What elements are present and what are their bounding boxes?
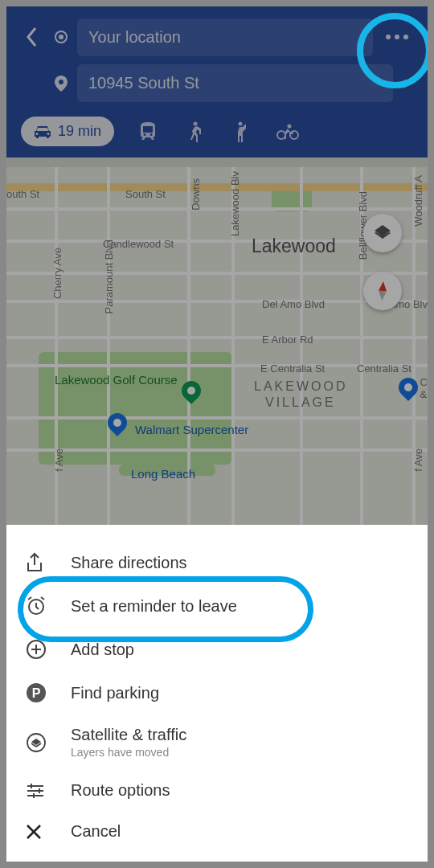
menu-label: Add stop xyxy=(71,641,408,659)
menu-cancel[interactable]: Cancel xyxy=(6,811,428,852)
menu-share-directions[interactable]: Share directions xyxy=(6,541,428,584)
share-icon xyxy=(26,552,43,573)
menu-satellite-traffic[interactable]: Satellite & traffic Layers have moved xyxy=(6,714,428,770)
menu-add-stop[interactable]: Add stop xyxy=(6,628,428,671)
svg-text:P: P xyxy=(32,686,41,700)
menu-label: Cancel xyxy=(71,822,408,841)
menu-label: Route options xyxy=(71,781,408,800)
add-circle-icon xyxy=(26,639,47,660)
menu-sublabel: Layers have moved xyxy=(71,746,408,759)
parking-icon: P xyxy=(26,682,47,703)
layers-icon xyxy=(26,732,47,753)
menu-find-parking[interactable]: P Find parking xyxy=(6,671,428,714)
alarm-icon xyxy=(26,596,47,616)
sliders-icon xyxy=(26,783,45,799)
close-icon xyxy=(26,824,42,840)
overflow-menu-sheet: Share directions Set a reminder to leave… xyxy=(6,525,428,862)
menu-label: Share directions xyxy=(71,554,408,572)
menu-route-options[interactable]: Route options xyxy=(6,770,428,811)
menu-set-reminder[interactable]: Set a reminder to leave xyxy=(6,584,428,628)
menu-label: Set a reminder to leave xyxy=(71,597,408,616)
menu-label: Find parking xyxy=(71,684,408,702)
menu-label: Satellite & traffic xyxy=(71,726,408,744)
